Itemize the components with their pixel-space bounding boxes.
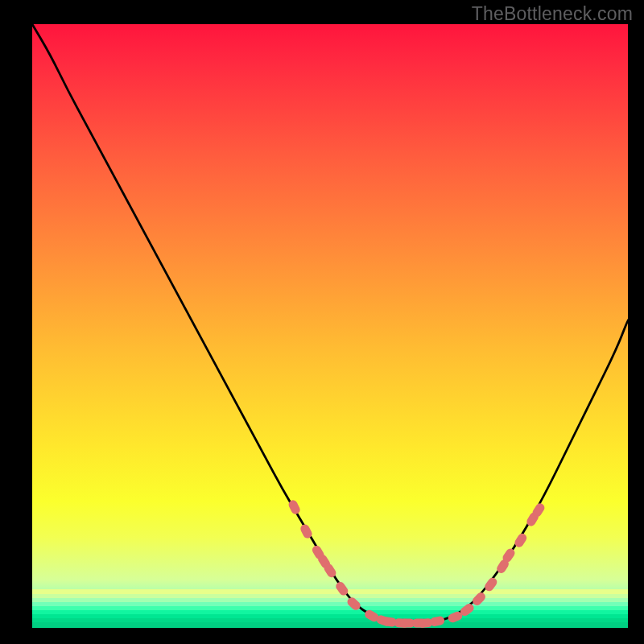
plot-area: [32, 24, 628, 628]
curve-markers: [287, 498, 547, 628]
chart-stage: TheBottleneck.com: [0, 0, 644, 644]
curve-marker: [471, 591, 487, 608]
bottleneck-curve: [32, 24, 628, 623]
curve-marker: [483, 576, 499, 592]
curve-marker: [345, 596, 362, 612]
watermark-text: TheBottleneck.com: [472, 3, 633, 25]
curve-layer: [32, 24, 628, 628]
